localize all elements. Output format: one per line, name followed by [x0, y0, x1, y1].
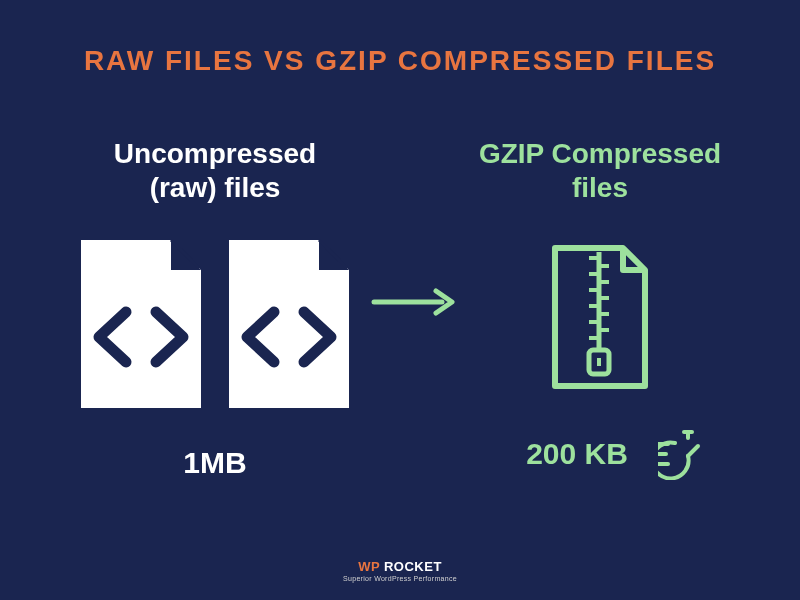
brand-rocket: ROCKET [380, 559, 442, 574]
uncompressed-label-line1: Uncompressed [114, 138, 316, 169]
compressed-size: 200 KB [526, 437, 628, 471]
footer-logo: WP ROCKET Superior WordPress Performance [343, 559, 457, 582]
svg-line-15 [688, 446, 698, 456]
uncompressed-column: Uncompressed (raw) files [60, 137, 370, 480]
brand-wp: WP [358, 559, 380, 574]
brand-name: WP ROCKET [343, 559, 457, 574]
uncompressed-label: Uncompressed (raw) files [114, 137, 316, 204]
compressed-label: GZIP Compressed files [479, 137, 721, 204]
code-file-icon [219, 234, 359, 418]
arrow-icon [370, 287, 460, 321]
code-file-icon [71, 234, 211, 418]
raw-files-row [71, 234, 359, 418]
comparison-container: Uncompressed (raw) files [0, 77, 800, 484]
uncompressed-label-line2: (raw) files [150, 172, 281, 203]
compressed-label-line1: GZIP Compressed [479, 138, 721, 169]
uncompressed-size: 1MB [183, 446, 246, 480]
zip-file-icon [545, 242, 655, 396]
brand-tagline: Superior WordPress Performance [343, 575, 457, 582]
page-title: RAW FILES VS GZIP COMPRESSED FILES [0, 0, 800, 77]
compressed-label-line2: files [572, 172, 628, 203]
speed-stopwatch-icon [658, 424, 714, 484]
compressed-column: GZIP Compressed files [460, 137, 740, 484]
